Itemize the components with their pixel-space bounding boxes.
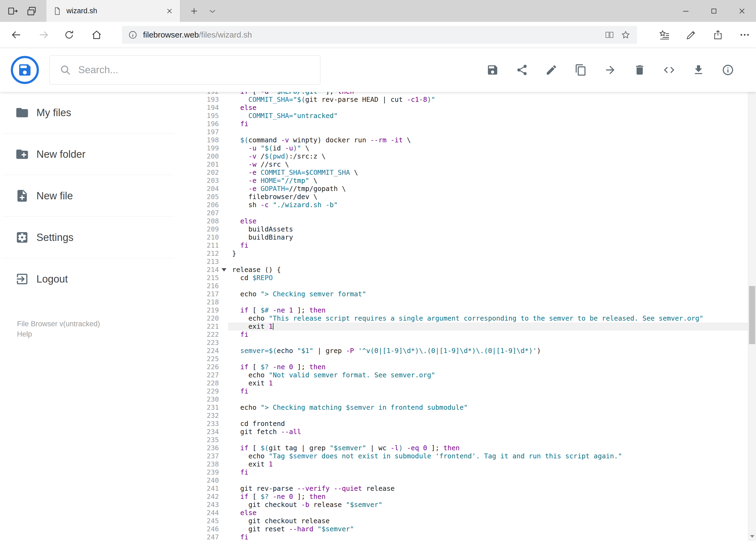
code-line[interactable] (228, 395, 748, 403)
code-line[interactable]: -v /$(pwd):/src:z \ (228, 152, 748, 161)
code-line[interactable]: git rev-parse --verify --quiet release (228, 485, 748, 493)
code-line[interactable]: git reset --hard "$semver" (228, 525, 748, 533)
code-line[interactable]: cd $REPO (228, 274, 748, 282)
code-line[interactable]: -w //src \ (228, 161, 748, 169)
code-editor[interactable]: 1921931941951961971981992002012022032042… (189, 92, 748, 541)
code-line[interactable] (228, 258, 748, 266)
vertical-scrollbar[interactable] (748, 48, 756, 541)
code-line[interactable]: git checkout -b release "$semver" (228, 501, 748, 509)
code-line[interactable]: exit 1 (228, 379, 748, 387)
sidebar-item-new-file[interactable]: New file (0, 175, 189, 217)
code-line[interactable] (228, 339, 748, 347)
tab-previews-chevron-icon[interactable] (204, 0, 221, 22)
tabs-set-aside-icon[interactable] (4, 0, 21, 22)
code-line[interactable]: if [ $? -ne 0 ]; then (228, 493, 748, 501)
forward-button[interactable] (34, 25, 53, 44)
address-bar[interactable]: filebrowser.web/files/wizard.sh (122, 26, 637, 44)
site-info-icon[interactable] (128, 30, 137, 40)
code-line[interactable]: fi (228, 330, 748, 339)
new-tab-button[interactable] (186, 0, 202, 22)
reading-view-icon[interactable] (604, 29, 615, 40)
save-button[interactable] (484, 61, 501, 79)
code-line[interactable]: release () { (228, 266, 748, 274)
code-line[interactable]: filebrowser/dev \ (228, 193, 748, 201)
code-line[interactable]: semver=$(echo "$1" | grep -P '^v(0|[1-9]… (228, 347, 748, 355)
code-line[interactable] (228, 412, 748, 420)
code-line[interactable]: git fetch --all (228, 428, 748, 436)
code-line[interactable]: exit 1 (228, 322, 748, 330)
code-line[interactable]: -e GOPATH=//tmp/gopath \ (228, 185, 748, 193)
browser-tab[interactable]: wizard.sh (46, 0, 180, 22)
code-line[interactable]: -e COMMIT_SHA=$COMMIT_SHA \ (228, 169, 748, 177)
search-box[interactable] (49, 55, 320, 85)
code-line[interactable]: fi (228, 387, 748, 395)
code-line[interactable]: COMMIT_SHA="$(git rev-parse HEAD | cut -… (228, 96, 748, 104)
code-line[interactable]: -u "$(id -u)" \ (228, 144, 748, 152)
code-line[interactable] (228, 282, 748, 290)
code-line[interactable] (228, 355, 748, 363)
share-icon[interactable] (708, 25, 727, 44)
code-line[interactable]: -e HOME="//tmp" \ (228, 177, 748, 185)
code-line[interactable]: if [ $(git tag | grep "$semver" | wc -l)… (228, 444, 748, 452)
hub-favorites-icon[interactable] (655, 25, 674, 44)
code-line[interactable]: cd frontend (228, 420, 748, 428)
code-line[interactable]: sh -c "./wizard.sh -b" (228, 201, 748, 209)
maximize-button[interactable] (700, 0, 728, 22)
code-line[interactable]: fi (228, 120, 748, 128)
sidebar-item-logout[interactable]: Logout (0, 258, 189, 300)
code-line[interactable]: if [ $# -ne 1 ]; then (228, 306, 748, 314)
code-line[interactable]: echo "Not valid semver format. See semve… (228, 371, 748, 379)
help-link[interactable]: Help (17, 329, 100, 339)
code-line[interactable]: if [ -d "$REPO/.git" ]; then (228, 92, 748, 96)
code-line[interactable]: fi (228, 468, 748, 476)
sidebar-item-settings[interactable]: Settings (0, 217, 189, 258)
code-line[interactable]: buildBinary (228, 234, 748, 242)
code-line[interactable]: $(command -v winpty) docker run --rm -it… (228, 136, 748, 144)
fold-arrow-icon[interactable] (222, 268, 226, 271)
code-line[interactable]: echo "Tag $semver does not exist in subm… (228, 452, 748, 460)
minimize-button[interactable] (672, 0, 700, 22)
code-line[interactable]: git checkout release (228, 517, 748, 525)
back-button[interactable] (7, 25, 26, 44)
filebrowser-logo[interactable] (11, 56, 39, 84)
editor-code[interactable]: if [ -d "$REPO/.git" ]; then COMMIT_SHA=… (228, 92, 748, 541)
download-button[interactable] (690, 61, 707, 79)
copy-button[interactable] (572, 61, 590, 79)
favorite-star-icon[interactable] (620, 29, 631, 40)
info-button[interactable] (719, 61, 737, 79)
tab-close-icon[interactable] (165, 7, 173, 15)
code-line[interactable]: echo "This release script requires a sin… (228, 314, 748, 322)
code-line[interactable]: exit 1 (228, 460, 748, 468)
rename-button[interactable] (543, 61, 560, 79)
tab-preview-icon[interactable] (23, 0, 40, 22)
code-line[interactable]: COMMIT_SHA="untracked" (228, 112, 748, 120)
code-line[interactable] (228, 436, 748, 444)
code-line[interactable]: else (228, 509, 748, 517)
home-button[interactable] (87, 25, 106, 44)
code-line[interactable]: echo "> Checking semver format" (228, 290, 748, 298)
code-line[interactable]: buildAssets (228, 225, 748, 234)
code-line[interactable]: else (228, 217, 748, 225)
sidebar-item-my-files[interactable]: My files (0, 92, 189, 134)
raw-code-button[interactable] (660, 61, 678, 79)
code-line[interactable] (228, 128, 748, 136)
scroll-down-arrow[interactable] (748, 532, 756, 541)
more-options-icon[interactable] (735, 25, 754, 44)
code-line[interactable] (228, 209, 748, 217)
move-button[interactable] (602, 61, 619, 79)
code-line[interactable]: } (228, 250, 748, 258)
code-line[interactable]: echo "> Checking matching $semver in fro… (228, 403, 748, 412)
code-line[interactable] (228, 476, 748, 485)
code-line[interactable]: else (228, 104, 748, 112)
code-line[interactable] (228, 298, 748, 306)
sidebar-item-new-folder[interactable]: New folder (0, 134, 189, 175)
close-button[interactable] (728, 0, 756, 22)
web-note-pen-icon[interactable] (682, 25, 701, 44)
code-line[interactable]: fi (228, 242, 748, 250)
search-input[interactable] (78, 64, 315, 76)
delete-button[interactable] (631, 61, 648, 79)
refresh-button[interactable] (60, 25, 79, 44)
code-line[interactable]: if [ $? -ne 0 ]; then (228, 363, 748, 371)
code-line[interactable]: fi (228, 533, 748, 541)
scrollbar-thumb[interactable] (749, 286, 755, 344)
